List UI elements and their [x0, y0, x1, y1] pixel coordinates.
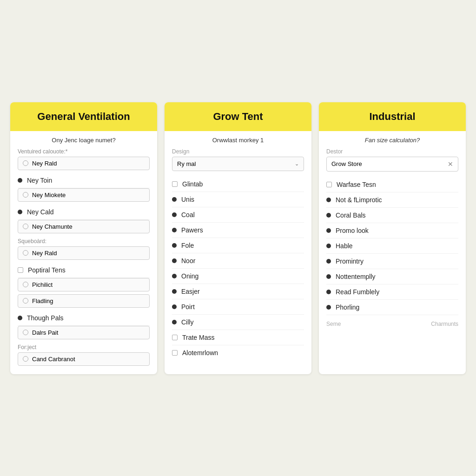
list-item[interactable]: Coal — [172, 207, 304, 223]
dot-filled-icon — [326, 274, 331, 279]
list-item[interactable]: Ney Rald — [18, 246, 150, 260]
radio-empty-icon — [23, 250, 28, 256]
list-item[interactable]: Promo look — [326, 223, 458, 238]
list-item[interactable]: Read Fumblely — [326, 284, 458, 300]
dot-filled-icon — [326, 305, 331, 310]
item-text: Ney Chamunte — [32, 223, 73, 230]
list-item[interactable]: Noor — [172, 253, 304, 269]
item-text: Hable — [336, 242, 353, 250]
item-text: Poirt — [181, 303, 195, 311]
footer-right: Charmunts — [431, 321, 458, 327]
item-text: Alotemrlown — [182, 349, 218, 357]
radio-empty-icon — [23, 282, 28, 287]
destor-search-box[interactable]: Grow Store ✕ — [326, 157, 458, 172]
dot-filled-icon — [172, 212, 177, 217]
list-item[interactable]: Ney Rald — [18, 157, 150, 170]
chevron-down-icon: ⌄ — [295, 161, 299, 167]
list-item[interactable]: Coral Bals — [326, 208, 458, 223]
design-dropdown[interactable]: Ry mal ⌄ — [172, 157, 304, 171]
destor-value: Grow Store — [331, 160, 362, 167]
dot-filled-icon — [172, 243, 177, 248]
section2-label: Squeboàrd: — [18, 238, 150, 245]
general-ventilation-title: General Ventilation — [18, 111, 150, 123]
item-text: Coral Bals — [336, 212, 366, 219]
destor-label: Destor — [326, 148, 458, 155]
list-item[interactable]: Cilly — [172, 315, 304, 330]
dot-filled-icon — [172, 289, 177, 294]
list-item[interactable]: Alotemrlown — [172, 345, 304, 360]
dot-filled-icon — [172, 228, 177, 232]
design-value: Ry mal — [177, 160, 196, 167]
list-item[interactable]: Oning — [172, 269, 304, 284]
list-item[interactable]: Fladling — [18, 294, 150, 308]
grow-tent-body: Orwwlast morkey 1 Design Ry mal ⌄ Glinta… — [165, 131, 311, 366]
list-item[interactable]: Pichilict — [18, 278, 150, 291]
item-text: Promo look — [336, 227, 369, 234]
list-item[interactable]: Ney Toin — [18, 173, 150, 188]
list-item[interactable]: Unis — [172, 192, 304, 207]
design-label: Design — [172, 148, 304, 155]
general-ventilation-column: General Ventilation Ony Jenc loage numet… — [10, 102, 157, 374]
list-item[interactable]: Ney Chamunte — [18, 220, 150, 233]
list-item[interactable]: Ney Miokete — [18, 188, 150, 202]
list-item[interactable]: Though Pals — [18, 311, 150, 326]
industrial-column: Industrial Fan size calculaton? Destor G… — [319, 102, 466, 374]
grow-tent-header: Grow Tent — [165, 102, 311, 131]
item-text: Easjer — [181, 288, 200, 295]
general-ventilation-question: Ony Jenc loage numet? — [18, 137, 150, 144]
list-item[interactable]: Cand Carbranot — [18, 352, 150, 366]
item-text: Poptiral Tens — [28, 266, 66, 274]
item-text: Fole — [181, 242, 194, 249]
radio-empty-icon — [23, 298, 28, 304]
close-icon[interactable]: ✕ — [448, 160, 453, 168]
list-item[interactable]: Poptiral Tens — [18, 263, 150, 278]
radio-empty-icon — [23, 356, 28, 362]
item-text: Glintab — [182, 180, 203, 188]
item-text: Ney Rald — [32, 250, 57, 257]
item-text: Cand Carbranot — [32, 356, 75, 363]
dot-filled-icon — [326, 228, 331, 233]
grow-tent-title: Grow Tent — [172, 111, 304, 123]
checkbox-empty-icon — [172, 350, 178, 356]
item-text: Promintry — [336, 258, 364, 265]
list-item[interactable]: Hable — [326, 238, 458, 254]
dot-filled-icon — [172, 197, 177, 202]
item-text: Phorling — [336, 304, 359, 311]
list-item[interactable]: Fole — [172, 238, 304, 253]
dot-filled-icon — [172, 304, 177, 309]
checkbox-empty-icon — [172, 335, 178, 340]
industrial-header: Industrial — [319, 102, 466, 131]
item-text: Trate Mass — [182, 334, 215, 341]
industrial-body: Fan size calculaton? Destor Grow Store ✕… — [319, 131, 466, 335]
checkbox-empty-icon — [172, 181, 178, 187]
list-item[interactable]: Trate Mass — [172, 330, 304, 345]
list-item[interactable]: Nottentemplly — [326, 269, 458, 284]
item-text: Warfase Tesn — [337, 181, 376, 188]
industrial-title: Industrial — [326, 111, 458, 123]
list-item[interactable]: Poirt — [172, 299, 304, 315]
list-item[interactable]: Easjer — [172, 284, 304, 299]
dot-filled-icon — [326, 213, 331, 218]
item-text: Though Pals — [27, 314, 64, 322]
list-item[interactable]: Phorling — [326, 300, 458, 315]
dot-filled-icon — [18, 178, 22, 183]
grow-tent-question: Orwwlast morkey 1 — [172, 137, 304, 144]
list-item[interactable]: Warfase Tesn — [326, 177, 458, 192]
radio-empty-icon — [23, 160, 28, 166]
item-text: Ney Miokete — [32, 192, 66, 198]
dot-filled-icon — [326, 290, 331, 294]
list-item[interactable]: Promintry — [326, 254, 458, 269]
list-item[interactable]: Glintab — [172, 177, 304, 192]
list-item[interactable]: Dalrs Pait — [18, 326, 150, 339]
list-item[interactable]: Pawers — [172, 223, 304, 238]
item-text: Ney Toin — [27, 177, 52, 184]
radio-empty-icon — [23, 224, 28, 229]
list-item[interactable]: Not & fLimprotic — [326, 192, 458, 208]
list-item[interactable]: Ney Cald — [18, 205, 150, 220]
item-text: Not & fLimprotic — [336, 196, 382, 204]
dot-filled-icon — [326, 259, 331, 264]
item-text: Read Fumblely — [336, 288, 379, 296]
dot-filled-icon — [18, 316, 22, 320]
footer-left: Seme — [326, 321, 341, 327]
item-text: Dalrs Pait — [32, 329, 58, 336]
